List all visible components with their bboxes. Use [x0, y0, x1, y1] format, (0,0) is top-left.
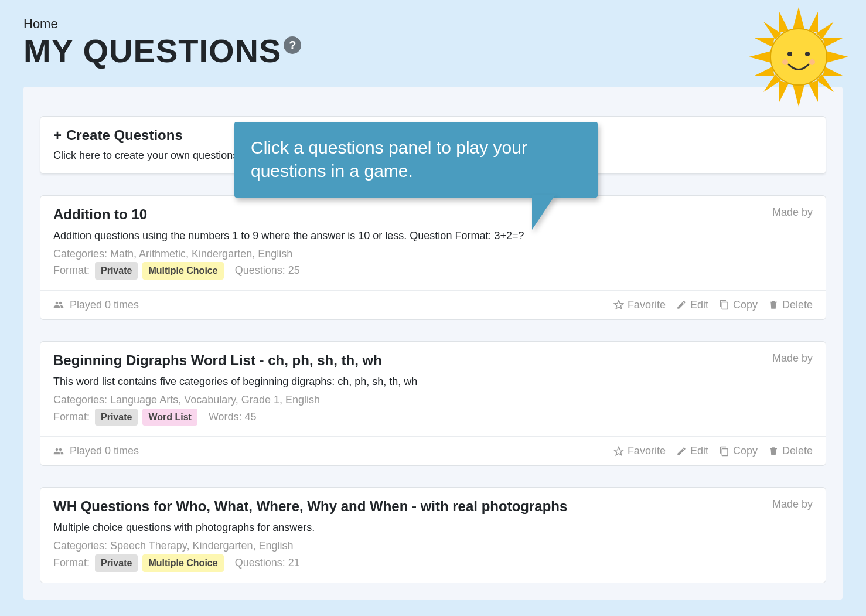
count-label: Words: 45: [206, 411, 257, 423]
trash-icon: [768, 446, 779, 457]
format-prefix: Format:: [53, 557, 93, 569]
tooltip-text: Click a questions panel to play your que…: [251, 138, 527, 181]
question-description: This word list contains five categories …: [53, 376, 813, 388]
trash-icon: [768, 300, 779, 310]
made-by-label: Made by: [772, 498, 813, 511]
edit-button[interactable]: Edit: [676, 445, 708, 457]
played-info: Played 0 times: [53, 445, 139, 457]
count-label: Questions: 25: [232, 264, 300, 276]
format-prefix: Format:: [53, 411, 93, 423]
action-label: Edit: [690, 299, 708, 311]
action-label: Favorite: [628, 299, 666, 311]
question-footer: Played 0 timesFavoriteEditCopyDelete: [40, 290, 826, 319]
sun-decoration: [749, 7, 848, 107]
create-title-text: Create Questions: [66, 127, 183, 144]
question-format-row: Format: PrivateMultiple Choice Questions…: [53, 262, 813, 280]
played-text: Played 0 times: [70, 299, 139, 311]
copy-icon: [719, 300, 729, 310]
svg-point-3: [782, 59, 788, 65]
question-title: Addition to 10: [53, 206, 147, 223]
question-format-row: Format: PrivateMultiple Choice Questions…: [53, 554, 813, 572]
question-format-row: Format: PrivateWord List Words: 45: [53, 409, 813, 426]
question-categories: Categories: Language Arts, Vocabulary, G…: [53, 392, 813, 409]
action-label: Delete: [782, 445, 813, 457]
star-icon: [613, 446, 624, 457]
count-label: Questions: 21: [232, 557, 300, 569]
copy-icon: [719, 446, 729, 457]
svg-point-4: [809, 59, 815, 65]
question-card[interactable]: WH Questions for Who, What, Where, Why a…: [40, 487, 826, 583]
people-icon: [53, 300, 64, 310]
question-card[interactable]: Addition to 10Made byAddition questions …: [40, 195, 826, 320]
tooltip-tail: [532, 195, 555, 230]
breadcrumb-home[interactable]: Home: [23, 16, 843, 32]
tutorial-tooltip: Click a questions panel to play your que…: [234, 122, 598, 198]
content-panel: Click a questions panel to play your que…: [23, 87, 843, 600]
question-description: Multiple choice questions with photograp…: [53, 522, 813, 534]
edit-icon: [676, 446, 687, 457]
format-badge: Word List: [142, 409, 197, 426]
action-label: Copy: [733, 299, 758, 311]
delete-button[interactable]: Delete: [768, 445, 813, 457]
page-title: MY QUESTIONS: [23, 33, 281, 69]
question-title: Beginning Digraphs Word List - ch, ph, s…: [53, 352, 382, 369]
action-label: Copy: [733, 445, 758, 457]
question-footer: Played 0 timesFavoriteEditCopyDelete: [40, 436, 826, 465]
privacy-badge: Private: [95, 554, 138, 572]
made-by-label: Made by: [772, 352, 813, 365]
question-categories: Categories: Math, Arithmetic, Kindergart…: [53, 246, 813, 263]
svg-point-0: [770, 29, 827, 85]
question-title: WH Questions for Who, What, Where, Why a…: [53, 498, 567, 515]
delete-button[interactable]: Delete: [768, 299, 813, 311]
people-icon: [53, 446, 64, 457]
svg-point-1: [787, 52, 792, 56]
help-icon[interactable]: ?: [284, 36, 301, 54]
question-card[interactable]: Beginning Digraphs Word List - ch, ph, s…: [40, 341, 826, 466]
plus-icon: +: [53, 128, 62, 142]
action-label: Favorite: [628, 445, 666, 457]
edit-button[interactable]: Edit: [676, 299, 708, 311]
format-badge: Multiple Choice: [142, 262, 223, 280]
svg-point-2: [805, 52, 810, 56]
star-icon: [613, 300, 624, 310]
copy-button[interactable]: Copy: [719, 445, 758, 457]
edit-icon: [676, 300, 687, 310]
action-label: Edit: [690, 445, 708, 457]
privacy-badge: Private: [95, 409, 138, 426]
copy-button[interactable]: Copy: [719, 299, 758, 311]
played-info: Played 0 times: [53, 299, 139, 311]
favorite-button[interactable]: Favorite: [613, 445, 666, 457]
made-by-label: Made by: [772, 206, 813, 219]
question-categories: Categories: Speech Therapy, Kindergarten…: [53, 537, 813, 554]
privacy-badge: Private: [95, 262, 138, 280]
question-description: Addition questions using the numbers 1 t…: [53, 230, 813, 242]
action-label: Delete: [782, 299, 813, 311]
favorite-button[interactable]: Favorite: [613, 299, 666, 311]
played-text: Played 0 times: [70, 445, 139, 457]
format-badge: Multiple Choice: [142, 554, 223, 572]
format-prefix: Format:: [53, 264, 93, 276]
